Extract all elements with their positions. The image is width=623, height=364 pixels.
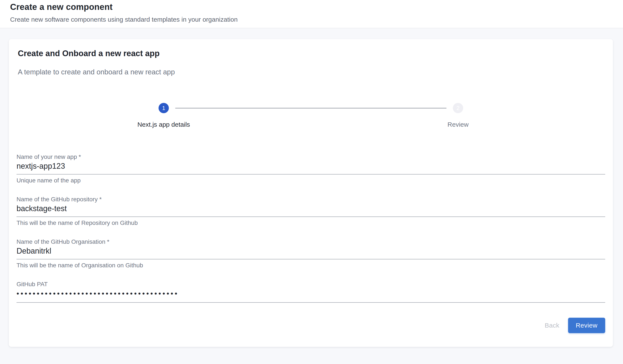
stepper: 1 Next.js app details 2 Review xyxy=(17,103,605,128)
card-subtitle: A template to create and onboard a new r… xyxy=(18,68,605,76)
field-github-organisation: Name of the GitHub Organisation * This w… xyxy=(17,238,605,269)
field-github-pat: GitHub PAT xyxy=(17,281,605,303)
scaffolder-page: Create a new component Create new softwa… xyxy=(0,0,623,347)
step-nextjs-app-details: 1 Next.js app details xyxy=(17,103,311,128)
step-2-indicator: 2 xyxy=(453,103,463,113)
stepper-connector xyxy=(175,108,446,108)
step-1-number: 1 xyxy=(162,105,165,111)
template-card: Create and Onboard a new react app A tem… xyxy=(9,39,613,347)
field-app-name: Name of your new app * Unique name of th… xyxy=(17,153,605,184)
field-github-pat-label: GitHub PAT xyxy=(17,281,605,288)
field-github-repository-label: Name of the GitHub repository * xyxy=(17,196,605,203)
field-github-repository-helper: This will be the name of Repository on G… xyxy=(17,219,605,226)
card-title: Create and Onboard a new react app xyxy=(18,48,605,58)
github-pat-input[interactable] xyxy=(17,289,605,303)
field-github-organisation-helper: This will be the name of Organisation on… xyxy=(17,262,605,269)
page-subtitle: Create new software components using sta… xyxy=(10,16,613,23)
review-button[interactable]: Review xyxy=(568,318,605,333)
step-review: 2 Review xyxy=(311,103,605,128)
back-button[interactable]: Back xyxy=(539,318,565,333)
app-name-input[interactable] xyxy=(17,162,605,174)
github-repository-input[interactable] xyxy=(17,204,605,217)
form-actions: Back Review xyxy=(17,318,605,333)
page-content: Create and Onboard a new react app A tem… xyxy=(0,39,623,347)
page-title: Create a new component xyxy=(10,2,613,12)
field-github-organisation-label: Name of the GitHub Organisation * xyxy=(17,238,605,245)
step-1-indicator: 1 xyxy=(158,103,169,113)
field-app-name-label: Name of your new app * xyxy=(17,153,605,160)
step-2-label: Review xyxy=(447,121,468,128)
page-header: Create a new component Create new softwa… xyxy=(0,0,623,28)
field-github-repository: Name of the GitHub repository * This wil… xyxy=(17,196,605,226)
github-organisation-input[interactable] xyxy=(17,247,605,259)
app-details-form: Name of your new app * Unique name of th… xyxy=(17,153,605,303)
step-2-number: 2 xyxy=(457,105,460,111)
step-1-label: Next.js app details xyxy=(137,121,190,128)
field-app-name-helper: Unique name of the app xyxy=(17,177,605,184)
